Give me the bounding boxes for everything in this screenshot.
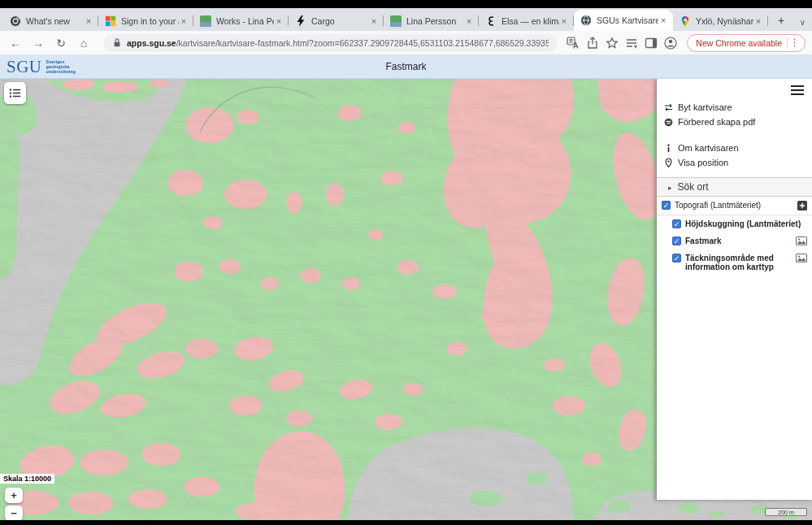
layer-label: Topografi (Lantmäteriet)	[675, 201, 793, 210]
layer-tree: ✓ Topografi (Lantmäteriet) ✓ Höjdskuggni…	[657, 197, 812, 276]
list-icon	[8, 86, 22, 100]
tab-close-icon[interactable]: ×	[369, 16, 379, 26]
reading-list-icon[interactable]	[624, 36, 639, 50]
new-chrome-available-button[interactable]: New Chrome available ⋮	[687, 34, 805, 52]
scale-label: Skala 1:10000	[0, 474, 54, 484]
letterbox-top	[0, 0, 812, 8]
profile-avatar-icon[interactable]	[663, 36, 678, 50]
translate-icon[interactable]	[566, 36, 580, 50]
menu-item-label: Byt kartvisare	[678, 102, 732, 112]
layer-label: Täckningsområde med information om kartt…	[685, 254, 792, 271]
zoom-in-button[interactable]: +	[5, 488, 23, 503]
tab-yxlo[interactable]: Yxlö, Nynäshamn Muni ×	[673, 11, 768, 31]
tab-label: Sign in to your account	[121, 16, 179, 26]
add-layer-icon[interactable]	[797, 201, 807, 210]
url-path: /kartvisare/kartvisare-fastmark.html?zoo…	[176, 38, 549, 48]
home-icon[interactable]: ⌂	[75, 37, 93, 50]
address-bar[interactable]: apps.sgu.se/kartvisare/kartvisare-fastma…	[104, 34, 557, 52]
menu-item-om-kartvisaren[interactable]: Om kartvisaren	[663, 141, 805, 155]
pdf-icon	[663, 117, 674, 128]
tab-label: Cargo	[311, 16, 369, 26]
tab-label: SGUs Kartvisare	[597, 15, 658, 25]
tab-close-icon[interactable]: ×	[559, 16, 569, 26]
layer-checkbox[interactable]: ✓	[672, 254, 681, 262]
search-section-label: Sök ort	[678, 181, 709, 193]
layer-sidebar: Byt kartvisare Förbered skapa pdf Om kar…	[656, 79, 812, 500]
menu-item-label: Om kartvisaren	[678, 143, 739, 153]
tab-sign-in[interactable]: Sign in to your account ×	[98, 11, 193, 31]
tab-lina-persson[interactable]: Lina Persson ×	[384, 11, 479, 31]
forward-icon[interactable]: →	[29, 37, 47, 50]
menu-item-label: Förbered skapa pdf	[678, 117, 755, 127]
sidebar-menu: Byt kartvisare Förbered skapa pdf Om kar…	[657, 79, 812, 170]
position-pin-icon	[663, 158, 674, 168]
legend-image-icon[interactable]	[796, 236, 807, 245]
menu-spacer	[663, 129, 805, 141]
site-icon	[390, 15, 402, 27]
layer-row-fastmark: ✓ Fastmark	[657, 232, 812, 249]
layer-label: Fastmark	[685, 236, 792, 245]
zoom-out-button[interactable]: −	[5, 505, 23, 520]
tab-label: Works - Lina Persson	[216, 16, 274, 26]
layer-row-topografi: ✓ Topografi (Lantmäteriet)	[657, 197, 812, 215]
screen: What's new × Sign in to your account × W…	[0, 0, 812, 525]
reload-icon[interactable]: ↻	[52, 37, 70, 50]
tab-whats-new[interactable]: What's new ×	[3, 11, 98, 31]
new-tab-button[interactable]: +	[771, 11, 791, 30]
layer-checkbox[interactable]: ✓	[672, 236, 681, 245]
menu-item-label: Visa position	[678, 158, 728, 167]
tab-cargo[interactable]: Cargo ×	[289, 11, 384, 31]
sidebar-menu-icon[interactable]	[791, 85, 804, 97]
tab-label: Yxlö, Nynäshamn Muni	[696, 16, 753, 26]
zoom-controls: + −	[5, 488, 23, 520]
layer-checkbox[interactable]: ✓	[662, 201, 671, 210]
menu-item-byt-kartvisare[interactable]: Byt kartvisare	[663, 100, 805, 115]
app-header: SGU Sveriges geologiska undersökning Fas…	[0, 55, 812, 79]
legend-image-icon[interactable]	[796, 254, 807, 262]
menu-item-forbered-skapa-pdf[interactable]: Förbered skapa pdf	[663, 115, 805, 129]
tab-close-icon[interactable]: ×	[84, 16, 93, 26]
tab-close-icon[interactable]: ×	[274, 16, 284, 26]
letterbox-bottom	[0, 520, 812, 525]
side-panel-icon[interactable]	[644, 36, 658, 50]
tab-label: What's new	[26, 16, 84, 26]
search-place-section[interactable]: ▸Sök ort	[657, 177, 812, 197]
tab-close-icon[interactable]: ×	[753, 16, 763, 26]
globe-icon	[580, 15, 592, 26]
bookmark-star-icon[interactable]	[605, 36, 619, 50]
tab-elsa[interactable]: Elsa — en klimatkalkyla ×	[479, 11, 574, 31]
tab-close-icon[interactable]: ×	[464, 16, 474, 26]
tab-search-chevron-icon[interactable]: ∨	[800, 18, 805, 27]
swap-icon	[663, 102, 674, 113]
url-domain: apps.sgu.se	[127, 38, 176, 48]
chrome-menu-icon[interactable]: ⋮	[787, 37, 801, 48]
menu-item-visa-position[interactable]: Visa position	[663, 155, 805, 170]
lightning-icon	[295, 15, 306, 27]
lock-icon	[112, 37, 127, 48]
expand-arrow-icon: ▸	[668, 184, 672, 192]
tab-sgus-kartvisare[interactable]: SGUs Kartvisare ×	[574, 10, 673, 31]
tab-strip: What's new × Sign in to your account × W…	[0, 8, 812, 31]
tab-label: Elsa — en klimatkalkyla	[502, 16, 559, 26]
layer-row-hojdskuggning: ✓ Höjdskuggning (Lantmäteriet)	[657, 215, 812, 232]
layer-row-tackningsomrade: ✓ Täckningsområde med information om kar…	[657, 249, 812, 276]
elsa-icon	[485, 15, 497, 27]
microsoft-icon	[105, 15, 116, 27]
tab-label: Lina Persson	[406, 16, 464, 26]
tab-close-icon[interactable]: ×	[658, 15, 668, 25]
page-title: Fastmark	[0, 61, 812, 72]
info-icon	[663, 143, 674, 154]
share-icon[interactable]	[585, 36, 600, 50]
tab-close-icon[interactable]: ×	[179, 16, 189, 26]
site-icon	[200, 15, 211, 27]
map-canvas[interactable]: Skala 1:10000 + − 200 m Byt kartvisare F…	[0, 79, 812, 520]
layer-label: Höjdskuggning (Lantmäteriet)	[685, 219, 807, 228]
layer-checkbox[interactable]: ✓	[672, 219, 681, 228]
scale-bar: 200 m	[765, 508, 807, 516]
update-pill-label: New Chrome available	[696, 38, 782, 48]
browser-toolbar: ← → ↻ ⌂ apps.sgu.se/kartvisare/kartvisar…	[0, 31, 812, 55]
tab-works[interactable]: Works - Lina Persson ×	[193, 11, 289, 31]
maps-pin-icon	[680, 15, 691, 27]
back-icon[interactable]: ←	[7, 37, 24, 50]
layer-list-button[interactable]	[4, 82, 26, 104]
